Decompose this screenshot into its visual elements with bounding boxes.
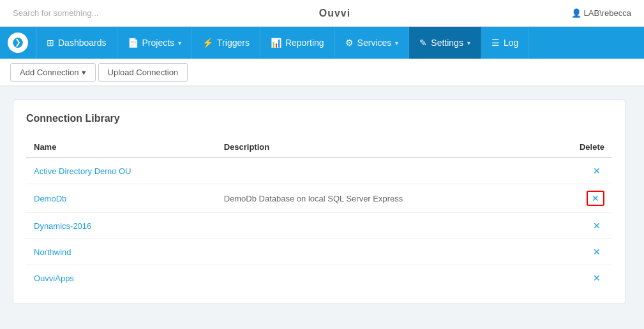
cell-delete: ✕: [544, 265, 612, 291]
nav-item-triggers[interactable]: ⚡ Triggers: [192, 27, 260, 59]
username: LAB\rebecca: [584, 8, 631, 18]
nav-label-services: Services: [357, 38, 392, 48]
connection-link[interactable]: Northwind: [34, 247, 71, 257]
table-row: OuvviApps✕: [26, 265, 612, 291]
cell-name: OuvviApps: [26, 265, 216, 291]
header-name: Name: [26, 137, 216, 157]
cell-name: DemoDb: [26, 184, 216, 213]
nav-label-triggers: Triggers: [217, 38, 250, 48]
table-body: Active Directory Demo OU✕DemoDbDemoDb Da…: [26, 157, 612, 291]
cell-description: [216, 265, 544, 291]
delete-button[interactable]: ✕: [589, 245, 604, 258]
brand-logo: [8, 33, 28, 53]
reporting-icon: 📊: [271, 38, 281, 48]
header-delete: Delete: [544, 137, 612, 157]
nav-items: ⊞ Dashboards 📄 Projects ▾ ⚡ Triggers 📊 R…: [36, 27, 644, 59]
nav-item-settings[interactable]: ✎ Settings ▾: [409, 27, 481, 59]
add-connection-chevron: ▾: [82, 68, 86, 77]
add-connection-label: Add Connection: [20, 68, 79, 77]
cell-description: [216, 157, 544, 184]
cell-description: [216, 239, 544, 265]
connection-link[interactable]: DemoDb: [34, 194, 66, 203]
cell-name: Active Directory Demo OU: [26, 157, 216, 184]
settings-icon: ✎: [419, 38, 427, 48]
cell-delete: ✕: [544, 239, 612, 265]
cell-delete: ✕: [544, 213, 612, 239]
services-chevron: ▾: [395, 40, 398, 47]
main-navbar: ⊞ Dashboards 📄 Projects ▾ ⚡ Triggers 📊 R…: [0, 27, 644, 59]
user-icon: 👤: [571, 8, 581, 18]
table-row: Northwind✕: [26, 239, 612, 265]
log-icon: ☰: [491, 38, 500, 48]
nav-item-log[interactable]: ☰ Log: [481, 27, 529, 59]
delete-button[interactable]: ✕: [589, 164, 604, 177]
header-description: Description: [216, 137, 544, 157]
delete-button[interactable]: ✕: [587, 191, 604, 206]
dashboards-icon: ⊞: [47, 38, 54, 48]
cell-name: Dynamics-2016: [26, 213, 216, 239]
nav-label-reporting: Reporting: [285, 38, 324, 48]
connection-link[interactable]: Dynamics-2016: [34, 221, 91, 231]
services-icon: ⚙: [345, 38, 354, 48]
navbar-brand[interactable]: [0, 27, 36, 59]
add-connection-button[interactable]: Add Connection ▾: [10, 63, 96, 82]
table-header: Name Description Delete: [26, 137, 612, 157]
upload-connection-label: Upload Connection: [108, 68, 179, 77]
cell-description: [216, 213, 544, 239]
card-title: Connection Library: [26, 113, 612, 124]
cell-description: DemoDb Database on local SQL Server Expr…: [216, 184, 544, 213]
nav-item-services[interactable]: ⚙ Services ▾: [335, 27, 410, 59]
table-row: Dynamics-2016✕: [26, 213, 612, 239]
connection-library-card: Connection Library Name Description Dele…: [13, 99, 625, 304]
projects-chevron: ▾: [178, 40, 181, 47]
cell-delete: ✕: [544, 184, 612, 213]
search-placeholder[interactable]: Search for something...: [13, 8, 98, 18]
table-row: DemoDbDemoDb Database on local SQL Serve…: [26, 184, 612, 213]
cell-name: Northwind: [26, 239, 216, 265]
nav-label-settings: Settings: [431, 38, 463, 48]
connection-link[interactable]: Active Directory Demo OU: [34, 166, 131, 176]
triggers-icon: ⚡: [202, 38, 213, 48]
upload-connection-button[interactable]: Upload Connection: [98, 63, 188, 82]
top-bar: Search for something... Ouvvi 👤 LAB\rebe…: [0, 0, 644, 27]
connections-table: Name Description Delete Active Directory…: [26, 137, 612, 291]
user-info: 👤 LAB\rebecca: [571, 8, 631, 18]
projects-icon: 📄: [128, 38, 139, 48]
sub-nav: Add Connection ▾ Upload Connection: [0, 59, 644, 87]
cell-delete: ✕: [544, 157, 612, 184]
nav-item-projects[interactable]: 📄 Projects ▾: [117, 27, 193, 59]
connection-link[interactable]: OuvviApps: [34, 274, 74, 283]
delete-button[interactable]: ✕: [589, 219, 604, 232]
delete-button[interactable]: ✕: [589, 272, 604, 284]
nav-label-dashboards: Dashboards: [58, 38, 107, 48]
table-row: Active Directory Demo OU✕: [26, 157, 612, 184]
main-content: Connection Library Name Description Dele…: [0, 87, 644, 317]
nav-item-reporting[interactable]: 📊 Reporting: [260, 27, 335, 59]
settings-chevron: ▾: [467, 40, 470, 47]
nav-item-dashboards[interactable]: ⊞ Dashboards: [36, 27, 117, 59]
nav-label-log: Log: [504, 38, 518, 48]
nav-label-projects: Projects: [142, 38, 175, 48]
app-name: Ouvvi: [319, 8, 350, 19]
